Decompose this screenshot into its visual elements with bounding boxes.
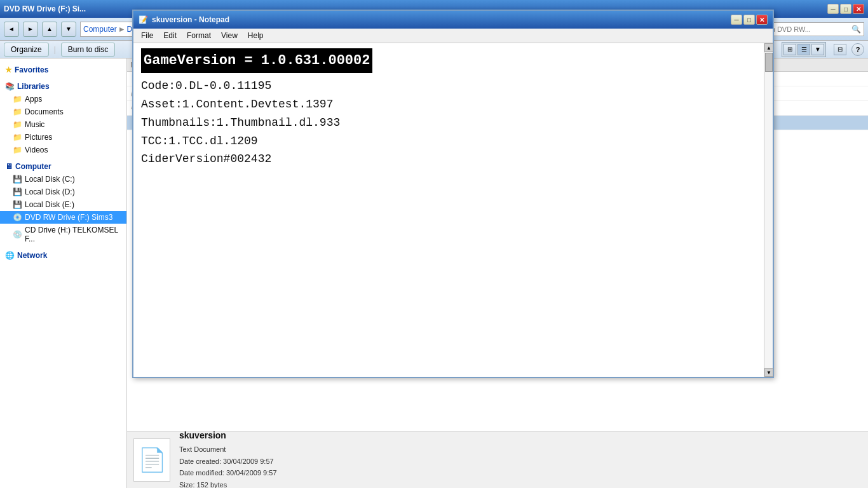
libraries-header[interactable]: 📚 Libraries: [0, 80, 126, 93]
scroll-thumb[interactable]: [765, 53, 773, 72]
preview-type: Text Document: [179, 444, 277, 456]
dvd-label: DVD RW Drive (F:) Sims3: [25, 213, 112, 222]
sidebar-item-cd-h[interactable]: 💿 CD Drive (H:) TELKOMSEL F...: [0, 224, 126, 245]
computer-label: Computer: [15, 162, 51, 171]
back-button[interactable]: ◄: [4, 22, 19, 37]
menu-view[interactable]: View: [216, 30, 243, 41]
notepad-minimize-button[interactable]: ─: [731, 15, 742, 25]
file-preview-thumbnail: 📄: [133, 438, 170, 482]
content-line3: Asset:1.Content.Devtest.1397: [141, 95, 756, 114]
sidebar-item-dvd-f[interactable]: 💿 DVD RW Drive (F:) Sims3: [0, 211, 126, 224]
view-controls: ⊞ ☰ ▼: [782, 42, 826, 57]
sidebar-item-documents[interactable]: 📁 Documents: [0, 105, 126, 118]
burn-button[interactable]: Burn to disc: [61, 43, 115, 57]
content-line4: Thumbnails:1.Thumbnail.dl.933: [141, 114, 756, 132]
help-button[interactable]: ?: [851, 43, 864, 56]
notepad-menubar: File Edit Format View Help: [133, 29, 773, 43]
content-line1: GameVersion = 1.0.631.00002: [141, 48, 756, 73]
disk-c-icon: 💾: [13, 175, 22, 184]
computer-section: 🖥 Computer 💾 Local Disk (C:) 💾 Local Dis…: [0, 160, 126, 245]
favorites-label: Favorites: [15, 65, 48, 74]
videos-folder-icon: 📁: [13, 146, 22, 154]
content-line6: CiderVersion#002432: [141, 150, 756, 168]
computer-breadcrumb: Computer: [83, 25, 117, 34]
menu-format[interactable]: Format: [182, 30, 216, 41]
up-arrow-icon: ▲: [46, 25, 53, 32]
notepad-window: 📝 skuversion - Notepad ─ □ ✕ File Edit F…: [132, 10, 774, 378]
sidebar-item-disk-d[interactable]: 💾 Local Disk (D:): [0, 186, 126, 198]
disk-d-label: Local Disk (D:): [25, 187, 75, 196]
explorer-minimize-button[interactable]: ─: [827, 4, 839, 14]
disk-e-label: Local Disk (E:): [25, 200, 74, 209]
dropdown-arrow-icon: ▼: [65, 25, 72, 32]
notepad-title: skuversion - Notepad: [152, 15, 229, 24]
notepad-scrollbar: ▲ ▼: [764, 43, 773, 377]
view-list-button[interactable]: ☰: [797, 44, 810, 55]
sidebar-item-pictures[interactable]: 📁 Pictures: [0, 131, 126, 144]
notepad-titlebar: 📝 skuversion - Notepad ─ □ ✕: [133, 11, 773, 29]
cd-icon: 💿: [13, 230, 22, 239]
preview-filename: skuversion: [179, 428, 277, 444]
game-version-line: GameVersion = 1.0.631.00002: [141, 48, 372, 73]
sidebar-item-disk-e[interactable]: 💾 Local Disk (E:): [0, 198, 126, 211]
star-icon: ★: [5, 65, 12, 74]
apps-label: Apps: [25, 95, 42, 104]
menu-edit[interactable]: Edit: [158, 30, 182, 41]
file-details: skuversion Text Document Date created: 3…: [179, 428, 277, 488]
disk-c-label: Local Disk (C:): [25, 175, 75, 184]
preview-doc-icon: 📄: [138, 447, 166, 473]
notepad-maximize-button[interactable]: □: [743, 15, 755, 25]
disk-e-icon: 💾: [13, 200, 22, 209]
sidebar: ★ Favorites 📚 Libraries 📁 Apps 📁 Documen…: [0, 58, 127, 488]
sidebar-item-apps[interactable]: 📁 Apps: [0, 93, 126, 105]
scroll-down-button[interactable]: ▼: [764, 368, 773, 377]
folder-icon: 📁: [13, 107, 22, 116]
notepad-window-controls: ─ □ ✕: [731, 15, 768, 25]
scroll-up-button[interactable]: ▲: [764, 43, 773, 52]
libraries-icon: 📚: [5, 82, 15, 91]
content-line5: TCC:1.TCC.dl.1209: [141, 132, 756, 151]
menu-help[interactable]: Help: [243, 30, 269, 41]
sidebar-item-disk-c[interactable]: 💾 Local Disk (C:): [0, 173, 126, 186]
favorites-section: ★ Favorites: [0, 64, 126, 76]
network-section: 🌐 Network: [0, 249, 126, 262]
dropdown-button[interactable]: ▼: [61, 22, 76, 37]
sidebar-item-music[interactable]: 📁 Music: [0, 118, 126, 131]
forward-arrow-icon: ►: [27, 25, 34, 32]
music-folder-icon: 📁: [13, 120, 22, 129]
cd-label: CD Drive (H:) TELKOMSEL F...: [25, 226, 121, 243]
menu-file[interactable]: File: [136, 30, 158, 41]
sidebar-item-videos[interactable]: 📁 Videos: [0, 144, 126, 156]
notepad-title-area: 📝 skuversion - Notepad: [139, 15, 229, 24]
computer-header[interactable]: 🖥 Computer: [0, 160, 126, 173]
notepad-icon: 📝: [139, 15, 148, 24]
computer-icon: 🖥: [5, 162, 13, 171]
preview-pane-button[interactable]: ⊟: [834, 44, 846, 55]
back-arrow-icon: ◄: [8, 25, 15, 32]
view-extra-button[interactable]: ⊞: [783, 44, 796, 55]
notepad-content-area: GameVersion = 1.0.631.00002 Code:0.DL-0.…: [133, 43, 773, 377]
notepad-close-button[interactable]: ✕: [756, 15, 768, 25]
favorites-header[interactable]: ★ Favorites: [0, 64, 126, 76]
pictures-label: Pictures: [25, 133, 52, 142]
up-button[interactable]: ▲: [42, 22, 57, 37]
explorer-title: DVD RW Drive (F:) Si...: [4, 4, 86, 13]
explorer-maximize-button[interactable]: □: [840, 4, 851, 14]
content-line2: Code:0.DL-0.0.11195: [141, 77, 756, 95]
disk-d-icon: 💾: [13, 187, 22, 196]
network-header[interactable]: 🌐 Network: [0, 249, 126, 262]
scroll-track: [764, 52, 773, 368]
view-dropdown-button[interactable]: ▼: [811, 44, 824, 55]
notepad-text[interactable]: GameVersion = 1.0.631.00002 Code:0.DL-0.…: [133, 43, 764, 377]
dvd-icon: 💿: [13, 213, 22, 222]
breadcrumb-sep1: ►: [118, 25, 126, 34]
status-bar: 📄 skuversion Text Document Date created:…: [127, 431, 868, 488]
documents-label: Documents: [25, 107, 64, 116]
preview-date-created: Date created: 30/04/2009 9:57: [179, 456, 277, 468]
forward-button[interactable]: ►: [23, 22, 38, 37]
music-label: Music: [25, 120, 44, 129]
videos-label: Videos: [25, 146, 48, 154]
search-icon: 🔍: [851, 25, 861, 34]
explorer-close-button[interactable]: ✕: [853, 4, 864, 14]
organize-button[interactable]: Organize: [4, 43, 49, 57]
